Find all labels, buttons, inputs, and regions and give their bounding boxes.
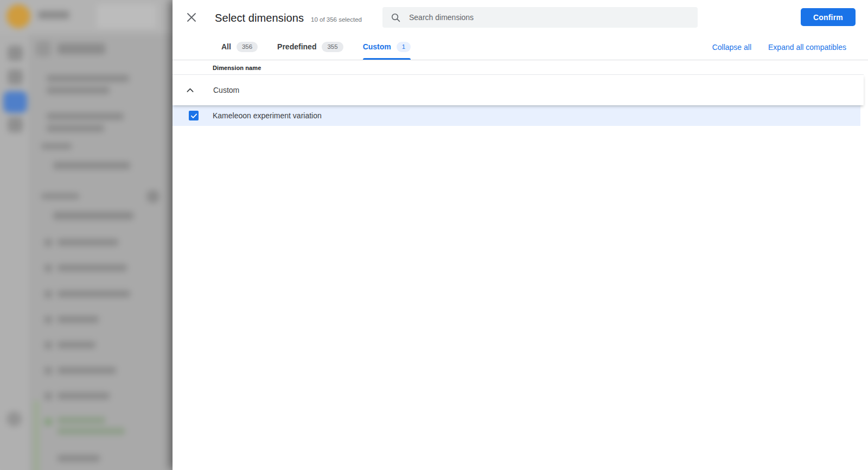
backdrop-list-row (58, 417, 105, 424)
expand-all-compatibles-link[interactable]: Expand all compatibles (768, 43, 846, 52)
close-button[interactable] (184, 10, 199, 24)
backdrop-list-row (58, 316, 99, 323)
checkbox-checked-icon[interactable] (189, 111, 199, 120)
tab-custom-label: Custom (363, 42, 391, 51)
backdrop-topbar-chip (97, 4, 156, 28)
backdrop-text-line (53, 212, 133, 220)
backdrop-list-row (58, 290, 130, 297)
backdrop-highlight-strip (34, 401, 39, 470)
dimension-name-column-header: Dimension name (213, 65, 261, 71)
backdrop-report-title (58, 43, 105, 54)
search-input[interactable] (408, 12, 693, 22)
backdrop-text-line (47, 113, 124, 120)
tab-all-label: All (221, 42, 231, 51)
backdrop-text-line (47, 75, 129, 82)
backdrop-list-row (58, 455, 100, 462)
dimension-row-label: Kameleoon experiment variation (213, 111, 322, 120)
tab-predefined-label: Predefined (277, 42, 316, 51)
backdrop-nav-icon (8, 46, 23, 61)
backdrop-text-line (53, 162, 130, 169)
background-app-blur (0, 0, 189, 470)
backdrop-list-row (58, 367, 116, 374)
backdrop-count-bubble (146, 190, 159, 203)
backdrop-list-row (58, 428, 125, 435)
collapse-all-link[interactable]: Collapse all (712, 43, 751, 52)
group-label: Custom (213, 86, 239, 94)
tab-predefined-count-badge: 355 (322, 42, 343, 52)
tab-all-count-badge: 356 (237, 42, 258, 52)
dialog-header: Select dimensions 10 of 356 selected Con… (173, 0, 868, 34)
backdrop-list-row (58, 341, 95, 348)
dialog-title: Select dimensions (215, 12, 304, 24)
backdrop-report-icon (36, 41, 51, 56)
chevron-up-icon[interactable] (185, 85, 195, 96)
backdrop-section-label (41, 193, 79, 199)
confirm-button[interactable]: Confirm (801, 8, 856, 26)
backdrop-nav-icon (8, 69, 23, 85)
close-icon (187, 12, 196, 22)
table-header-row: Dimension name (173, 61, 864, 75)
backdrop-list-row (58, 392, 110, 399)
backdrop-text-line (47, 125, 104, 132)
select-dimensions-dialog: Select dimensions 10 of 356 selected Con… (173, 0, 868, 470)
search-box[interactable] (382, 7, 698, 28)
backdrop-section-label (41, 143, 72, 149)
backdrop-app-logo (7, 4, 30, 28)
dimension-row-kameleoon[interactable]: Kameleoon experiment variation (173, 105, 860, 126)
backdrop-divider (30, 34, 31, 470)
backdrop-text-line (47, 87, 110, 94)
selection-summary: 10 of 356 selected (311, 16, 362, 23)
backdrop-nav-icon (8, 117, 23, 132)
group-row-custom[interactable]: Custom (173, 75, 864, 105)
tab-custom-count-badge: 1 (397, 42, 411, 52)
search-icon (391, 12, 401, 23)
tab-custom[interactable]: Custom 1 (363, 34, 411, 60)
tab-links: Collapse all Expand all compatibles (712, 34, 846, 60)
tab-predefined[interactable]: Predefined 355 (277, 34, 343, 60)
backdrop-topbar-text (38, 11, 69, 19)
backdrop-list-row (58, 264, 127, 271)
backdrop-gear-icon (7, 411, 22, 427)
tabs-bar: All 356 Predefined 355 Custom 1 Collapse… (173, 34, 868, 60)
backdrop-list-row (58, 239, 118, 246)
backdrop-nav-icon-active (3, 91, 27, 113)
tab-all[interactable]: All 356 (221, 34, 258, 60)
